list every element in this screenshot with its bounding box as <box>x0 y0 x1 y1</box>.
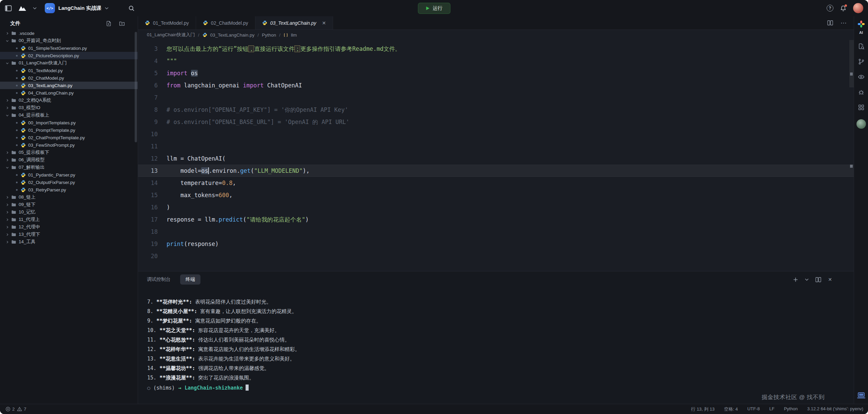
tree-item-folder[interactable]: 01_LangChain快速入门 <box>0 59 138 67</box>
tree-item-file[interactable]: 02_OutputFixParser.py <box>0 179 138 186</box>
new-terminal-plus-icon[interactable] <box>793 277 798 282</box>
tree-item-file[interactable]: 02_ChatModel.py <box>0 74 138 82</box>
split-terminal-icon[interactable] <box>815 277 821 282</box>
tree-item-file[interactable]: 01_PromptTemplate.py <box>0 126 138 134</box>
remote-laptop-icon[interactable] <box>857 392 866 399</box>
chevron-right-icon <box>5 218 10 222</box>
help-icon[interactable]: ? <box>827 5 833 12</box>
code-line[interactable]: 9# os.environ["OPENAI_BASE_URL"] = 'Open… <box>138 116 854 128</box>
tree-item-file[interactable]: 01_TextModel.py <box>0 67 138 74</box>
code-line[interactable]: 10 <box>138 128 854 140</box>
user-avatar[interactable] <box>853 3 863 13</box>
tab-03-textlangchain[interactable]: 03_TextLangChain.py ✕ <box>255 16 333 29</box>
tab-01-textmodel[interactable]: 01_TextModel.py <box>138 16 196 29</box>
code-line[interactable]: 4""" <box>138 55 854 67</box>
tree-item-file[interactable]: 01_SimpleTextGeneration.py <box>0 44 138 52</box>
run-button[interactable]: 运行 <box>418 3 450 14</box>
tree-item-file[interactable]: 04_ChatLongChain.py <box>0 89 138 97</box>
tree-item-folder[interactable]: .vscode <box>0 29 138 37</box>
tab-02-chatmodel[interactable]: 02_ChatModel.py <box>196 16 255 29</box>
code-line[interactable]: 14 temperature=0.8, <box>138 177 854 189</box>
status-cursor-position[interactable]: 行 13, 列 13 <box>691 406 714 412</box>
eye-preview-icon[interactable] <box>858 74 865 80</box>
errors-indicator[interactable]: 2 <box>5 407 15 412</box>
code-line[interactable]: 6from langchain_openai import ChatOpenAI <box>138 79 854 91</box>
tree-item-folder[interactable]: 02_文档QA系统 <box>0 97 138 104</box>
tree-item-folder[interactable]: 06_调用模型 <box>0 156 138 164</box>
profile-avatar[interactable] <box>856 119 866 129</box>
tree-item-folder[interactable]: 07_解析输出 <box>0 164 138 171</box>
split-editor-icon[interactable] <box>827 20 833 25</box>
terminal-line: 13. **花意生活**: 表示花卉能为生活带来更多的意义和美好。 <box>147 354 854 364</box>
code-line[interactable]: 20 <box>138 250 854 262</box>
tree-item-file[interactable]: 03_FewShotPrompt.py <box>0 141 138 149</box>
sidebar-toggle-icon[interactable] <box>5 5 12 12</box>
code-line[interactable]: 7 <box>138 91 854 104</box>
breadcrumb-file[interactable]: 03_TextLangChain.py <box>210 33 255 38</box>
tree-item-folder[interactable]: 03_模型IO <box>0 104 138 111</box>
course-selector[interactable]: </> LangChain 实战课 <box>45 3 109 13</box>
tree-item-folder[interactable]: 05_提示模板下 <box>0 149 138 156</box>
status-language[interactable]: Python <box>784 406 797 412</box>
tree-item-file[interactable]: 03_TextLangChain.py <box>0 82 138 89</box>
git-branch-icon[interactable] <box>858 58 865 65</box>
tree-item-file[interactable]: 02_ChatPromptTemplate.py <box>0 134 138 141</box>
tree-item-folder[interactable]: 09_链下 <box>0 201 138 208</box>
file-dot-icon <box>16 144 18 146</box>
breadcrumb-folder[interactable]: 01_LangChain快速入门 <box>147 32 195 38</box>
status-interpreter[interactable]: 3.12.2 64-bit ('shims': pyenv) <box>807 406 863 412</box>
warnings-indicator[interactable]: 7 <box>17 407 26 412</box>
code-line[interactable]: 8# os.environ["OPENAI_API_KEY"] = '你的Ope… <box>138 104 854 116</box>
tab-bar: 01_TextModel.py 02_ChatModel.py 03_TextL… <box>138 16 854 30</box>
app-logo-icon[interactable] <box>17 4 27 12</box>
debug-bug-icon[interactable] <box>858 89 865 96</box>
new-file-icon[interactable] <box>106 21 112 26</box>
terminal-dropdown-chevron-icon[interactable] <box>805 278 809 281</box>
code-line[interactable]: 11 <box>138 140 854 152</box>
sidebar-scrollbar[interactable] <box>135 32 137 142</box>
tab-terminal[interactable]: 终端 <box>180 274 200 285</box>
tree-item-folder[interactable]: 00_开篇词_奇点时刻 <box>0 37 138 44</box>
breadcrumb-language[interactable]: Python <box>262 33 276 38</box>
tree-item-folder[interactable]: 13_代理下 <box>0 231 138 238</box>
terminal[interactable]: 7. **花伴时光**: 表明花朵陪伴人们度过美好时光。8. **花精灵小屋**… <box>138 288 854 404</box>
tab-debug-console[interactable]: 调试控制台 <box>147 276 171 283</box>
tree-item-folder[interactable]: 04_提示模板上 <box>0 111 138 119</box>
tree-item-folder[interactable]: 11_代理上 <box>0 216 138 223</box>
status-indentation[interactable]: 空格: 4 <box>724 406 738 412</box>
tree-item-folder[interactable]: 12_代理中 <box>0 223 138 231</box>
logo-chevron-down-icon[interactable] <box>33 7 37 9</box>
code-line[interactable]: 3您可以点击最上方的“运行”按钮，直接运行该文件；更多操作指引请参考Readme… <box>138 43 854 55</box>
notifications-bell-icon[interactable] <box>840 5 846 12</box>
code-line[interactable]: 17response = llm.predict("请给我的花店起个名") <box>138 213 854 226</box>
code-line[interactable]: 15 max_tokens=600, <box>138 189 854 201</box>
file-search-icon[interactable] <box>858 43 865 50</box>
tree-item-folder[interactable]: 08_链上 <box>0 193 138 201</box>
tree-item-file[interactable]: 01_Pydantic_Parser.py <box>0 171 138 179</box>
editor-scrollbar[interactable] <box>849 40 854 87</box>
tree-item-folder[interactable]: 14_工具 <box>0 238 138 246</box>
status-encoding[interactable]: UTF-8 <box>747 406 760 412</box>
more-actions-icon[interactable]: ⋯ <box>841 19 847 27</box>
extensions-grid-icon[interactable] <box>858 104 865 111</box>
code-area[interactable]: 3您可以点击最上方的“运行”按钮，直接运行该文件；更多操作指引请参考Readme… <box>138 40 854 271</box>
code-line[interactable]: 18 <box>138 226 854 238</box>
breadcrumb-symbol[interactable]: llm <box>291 33 297 38</box>
chevron-right-icon <box>5 99 10 102</box>
code-line[interactable]: 5import os <box>138 67 854 79</box>
close-icon[interactable]: ✕ <box>322 20 326 26</box>
ai-assistant-button[interactable]: AI <box>857 20 865 35</box>
code-line[interactable]: 13 model=os.environ.get("LLM_MODELEND"), <box>138 165 854 177</box>
problems-indicator[interactable]: 2 7 <box>5 407 26 412</box>
close-panel-icon[interactable]: ✕ <box>828 277 832 282</box>
new-folder-icon[interactable] <box>119 21 125 26</box>
tree-item-file[interactable]: 02_PictureDescription.py <box>0 52 138 59</box>
tree-item-file[interactable]: 00_ImportTemplates.py <box>0 119 138 126</box>
search-icon[interactable] <box>128 5 135 12</box>
tree-item-folder[interactable]: 10_记忆 <box>0 208 138 216</box>
tree-item-file[interactable]: 03_RetryParser.py <box>0 186 138 193</box>
status-eol[interactable]: LF <box>769 406 774 412</box>
code-line[interactable]: 12llm = ChatOpenAI( <box>138 152 854 165</box>
code-line[interactable]: 19print(response) <box>138 238 854 250</box>
code-line[interactable]: 16) <box>138 201 854 213</box>
